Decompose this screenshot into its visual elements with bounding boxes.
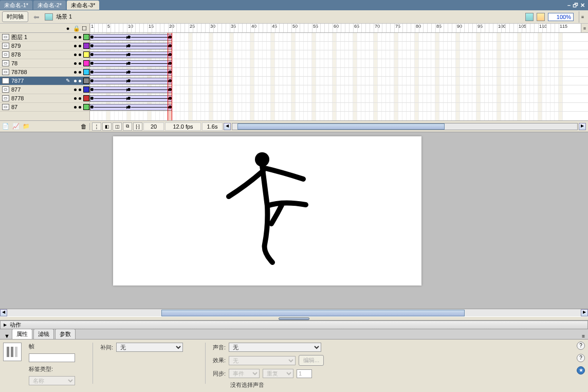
doc-tab-2[interactable]: 未命名-3* [67, 1, 99, 10]
info-button[interactable]: ★ [577, 366, 585, 375]
visibility-dot-icon[interactable] [74, 36, 77, 39]
stage-canvas[interactable] [113, 136, 421, 286]
lock-dot-icon[interactable] [79, 45, 81, 47]
timeline-h-scrollbar[interactable] [232, 123, 578, 130]
outline-header-icon[interactable]: ☐ [81, 25, 87, 31]
scene-icon[interactable] [45, 13, 53, 21]
scroll-right-icon[interactable]: ▶ [579, 123, 586, 130]
visibility-dot-icon[interactable] [74, 62, 77, 65]
outline-color-swatch[interactable] [83, 34, 89, 40]
layer-type-icon: ▭ [2, 78, 9, 84]
layer-row[interactable]: ▭图层 1 [0, 33, 89, 42]
stick-figure-drawing [216, 149, 324, 273]
edit-bar-options-icon[interactable]: ≡ [579, 11, 586, 23]
close-btn[interactable]: ✕ [580, 2, 585, 9]
help2-button[interactable]: ? [577, 354, 585, 362]
minimize-btn[interactable]: – [567, 2, 571, 8]
layers-list[interactable]: ▭图层 1▭879▭878▭78▭78788▭7877✎▭877▭8778▭87 [0, 33, 90, 120]
outline-color-swatch[interactable] [83, 43, 89, 49]
edit-multiple-icon[interactable]: ⧉ [123, 122, 132, 131]
outline-color-swatch[interactable] [83, 60, 89, 66]
layer-row[interactable]: ▭78 [0, 59, 89, 68]
visibility-header-icon[interactable]: ● [65, 25, 71, 31]
timeline-toggle-button[interactable]: 时间轴 [2, 11, 28, 22]
outline-color-swatch[interactable] [83, 86, 89, 93]
tween-label: 补间: [100, 344, 113, 351]
layer-type-icon: ▭ [2, 43, 9, 49]
prop-panel-options-icon[interactable]: ≡ [579, 333, 588, 339]
tween-select[interactable]: 无 [116, 343, 183, 352]
frame-ruler[interactable]: 1510152025303540455055606570758085909510… [90, 24, 581, 32]
splitter-grip-icon[interactable] [279, 317, 309, 320]
layer-row[interactable]: ▭879 [0, 42, 89, 50]
outline-color-swatch[interactable] [83, 104, 89, 110]
layer-row[interactable]: ▭7877✎ [0, 77, 89, 85]
sound-select[interactable]: 无 [229, 343, 321, 352]
outline-color-swatch[interactable] [83, 51, 89, 58]
new-motion-guide-icon[interactable]: 📈 [12, 123, 20, 130]
lock-dot-icon[interactable] [79, 97, 81, 100]
onion-outline-icon[interactable]: ◫ [113, 122, 122, 131]
stage-scroll-right-icon[interactable]: ▶ [581, 309, 588, 316]
lock-dot-icon[interactable] [79, 62, 81, 65]
lock-dot-icon[interactable] [79, 36, 81, 39]
visibility-dot-icon[interactable] [74, 54, 77, 56]
timeline-options-icon[interactable]: ≡ [581, 24, 588, 32]
layer-type-icon: ▭ [2, 51, 9, 58]
layer-row[interactable]: ▭78788 [0, 68, 89, 77]
outline-color-swatch[interactable] [83, 69, 89, 75]
lock-dot-icon[interactable] [79, 80, 81, 82]
visibility-dot-icon[interactable] [74, 97, 77, 100]
help-button[interactable]: ? [577, 342, 585, 350]
lock-dot-icon[interactable] [79, 106, 81, 109]
stage-scroll-left-icon[interactable]: ◀ [0, 309, 7, 316]
onion-marker-icon[interactable]: [·] [133, 122, 142, 131]
visibility-dot-icon[interactable] [74, 88, 77, 91]
outline-color-swatch[interactable] [83, 78, 89, 84]
layer-row[interactable]: ▭8778 [0, 94, 89, 103]
new-layer-icon[interactable]: 📄 [2, 123, 9, 130]
onion-skin-icon[interactable]: ◧ [102, 122, 112, 131]
repeat-select: 重复 [263, 369, 293, 378]
frame-name-input[interactable] [29, 353, 75, 362]
visibility-dot-icon[interactable] [74, 45, 77, 47]
prop-tab-filters[interactable]: 滤镜 [33, 329, 54, 339]
doc-tab-1[interactable]: 未命名-2* [33, 1, 66, 10]
lock-dot-icon[interactable] [79, 71, 81, 74]
stage-h-scrollbar[interactable]: ◀ ▶ [0, 309, 588, 316]
prop-tab-params[interactable]: 参数 [55, 329, 76, 339]
layer-row[interactable]: ▭87 [0, 103, 89, 112]
collapse-tri-icon[interactable]: ▼ [2, 333, 12, 339]
edit-scene-icon[interactable] [525, 13, 534, 21]
restore-btn[interactable]: 🗗 [573, 2, 578, 8]
center-frame-icon[interactable]: ¦ [92, 122, 101, 131]
visibility-dot-icon[interactable] [74, 71, 77, 74]
lock-header-icon[interactable]: 🔒 [73, 25, 79, 31]
panel-splitter[interactable] [0, 316, 588, 320]
layer-type-icon: ▭ [2, 86, 9, 93]
doc-tab-0[interactable]: 未命名-1* [0, 1, 32, 10]
new-folder-icon[interactable]: 📁 [23, 123, 30, 130]
edit-symbol-icon[interactable] [537, 13, 545, 21]
stage-viewport[interactable] [0, 132, 588, 309]
outline-color-swatch[interactable] [83, 95, 89, 101]
playhead[interactable] [168, 33, 172, 120]
lock-dot-icon[interactable] [79, 88, 81, 91]
layer-row[interactable]: ▭877 [0, 85, 89, 94]
layer-type-icon: ▭ [2, 104, 9, 110]
actions-panel-header[interactable]: ▶ 动作 [0, 320, 588, 329]
zoom-input[interactable] [548, 13, 574, 21]
stage-scroll-thumb[interactable] [161, 310, 465, 316]
scroll-left-icon[interactable]: ◀ [224, 123, 231, 130]
frames-area[interactable] [90, 33, 588, 120]
sound-label: 声音: [213, 344, 226, 351]
lock-dot-icon[interactable] [79, 54, 81, 56]
back-arrow-icon[interactable]: ⬅ [31, 13, 42, 21]
prop-tab-properties[interactable]: 属性 [12, 329, 32, 339]
visibility-dot-icon[interactable] [74, 106, 77, 109]
edit-effect-button: 编辑... [299, 355, 324, 366]
visibility-dot-icon[interactable] [74, 80, 77, 82]
layer-name-label: 78 [11, 60, 72, 66]
layer-row[interactable]: ▭878 [0, 50, 89, 59]
delete-layer-icon[interactable]: 🗑 [80, 123, 87, 130]
